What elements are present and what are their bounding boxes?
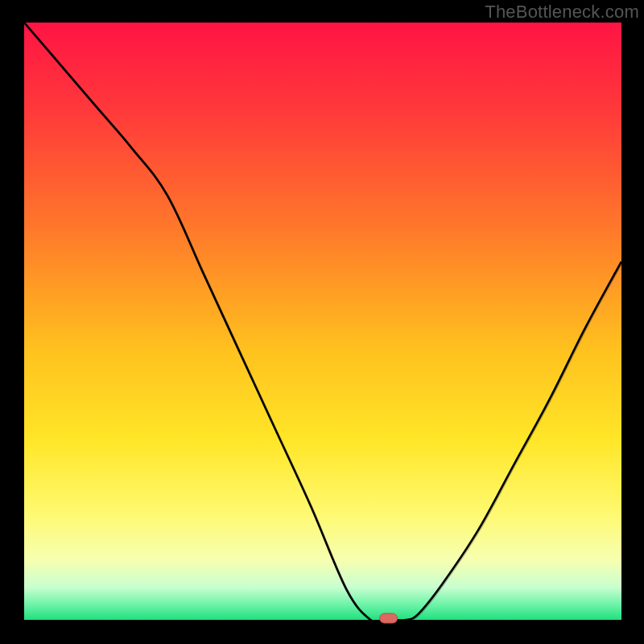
chart-frame: TheBottleneck.com — [0, 0, 644, 644]
plot-background — [24, 23, 621, 620]
watermark-text: TheBottleneck.com — [485, 2, 639, 23]
optimal-marker — [380, 613, 398, 623]
bottleneck-chart — [0, 0, 644, 644]
